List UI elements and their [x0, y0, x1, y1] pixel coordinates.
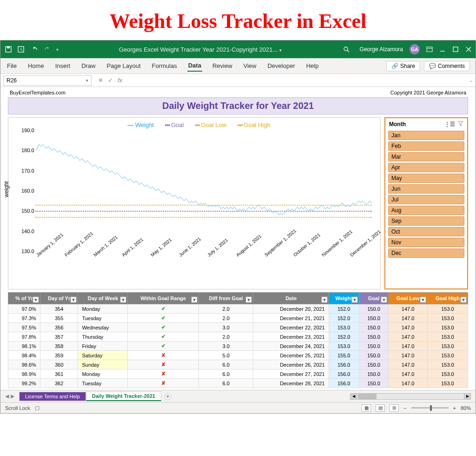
copyright-label: Copyright 2021 George Alzamora: [390, 90, 466, 95]
slicer-item-dec[interactable]: Dec: [388, 248, 464, 258]
clear-filter-icon[interactable]: [458, 121, 463, 128]
filter-icon[interactable]: ▾: [33, 296, 39, 303]
filter-icon[interactable]: ▾: [381, 296, 387, 303]
zoom-out-icon[interactable]: −: [403, 405, 406, 411]
slicer-item-nov[interactable]: Nov: [388, 238, 464, 247]
col-header[interactable]: % of Yr▾: [8, 293, 40, 304]
horizontal-scrollbar[interactable]: ◀▶: [350, 393, 471, 400]
maximize-icon[interactable]: [452, 46, 459, 53]
table-row: 97.0%354Monday✔2.0December 20, 2021152.0…: [8, 304, 468, 314]
formula-expand-icon[interactable]: ⌄: [466, 78, 476, 83]
filter-icon[interactable]: ▾: [460, 296, 467, 303]
minimize-icon[interactable]: [439, 46, 446, 53]
comments-button[interactable]: 💬Comments: [424, 61, 470, 71]
ribbon-options-icon[interactable]: [426, 46, 433, 53]
vendor-label: BuyExcelTemplates.com: [10, 90, 66, 95]
slicer-item-jul[interactable]: Jul: [388, 195, 464, 204]
month-slicer: Month ⋮☰ JanFebMarAprMayJunJulAugSepOctN…: [384, 117, 468, 289]
ribbon-tab-home[interactable]: Home: [27, 60, 45, 71]
user-avatar[interactable]: GA: [410, 44, 420, 54]
col-header[interactable]: Weight▾: [329, 293, 359, 304]
formula-bar: R26▾ ✕ ✓ fx ⌄: [0, 74, 476, 87]
page-break-view-icon[interactable]: ⊞: [390, 404, 399, 412]
accept-formula-icon[interactable]: ✓: [108, 77, 113, 84]
col-header[interactable]: Diff from Goal▾: [198, 293, 253, 304]
add-sheet-button[interactable]: +: [164, 393, 172, 400]
slicer-item-sep[interactable]: Sep: [388, 216, 464, 226]
y-tick: 130.0: [21, 248, 34, 254]
autosave-icon[interactable]: [17, 45, 26, 54]
table-row: 98.4%359Saturday✘5.0December 25, 2021155…: [8, 351, 468, 360]
chart-legend: Weight Goal Goal Low Goal High: [21, 121, 377, 128]
col-header[interactable]: Goal▾: [359, 293, 389, 304]
svg-point-3: [344, 47, 348, 51]
save-icon[interactable]: [4, 45, 13, 54]
excel-window: ▾ Georges Excel Weight Tracker Year 2021…: [0, 40, 476, 414]
ribbon-tab-file[interactable]: File: [6, 60, 18, 71]
filter-icon[interactable]: ▾: [351, 296, 358, 303]
filter-icon[interactable]: ▾: [191, 296, 198, 303]
ribbon-tab-help[interactable]: Help: [305, 60, 320, 71]
slicer-item-feb[interactable]: Feb: [388, 141, 464, 151]
close-icon[interactable]: [465, 46, 472, 53]
redo-icon[interactable]: [43, 45, 52, 54]
table-row: 98.1%358Friday✔3.0December 24, 2021153.0…: [8, 342, 468, 351]
zoom-in-icon[interactable]: +: [453, 405, 456, 411]
ribbon-tab-pagelayout[interactable]: Page Layout: [106, 60, 142, 71]
worksheet: BuyExcelTemplates.com Copyright 2021 Geo…: [0, 87, 476, 390]
filter-icon[interactable]: ▾: [120, 296, 126, 303]
cancel-formula-icon[interactable]: ✕: [98, 77, 103, 84]
ribbon: File Home Insert Draw Page Layout Formul…: [0, 58, 476, 74]
svg-line-4: [347, 50, 349, 52]
tab-nav-next-icon[interactable]: ▶: [11, 393, 14, 399]
ribbon-tab-insert[interactable]: Insert: [54, 60, 72, 71]
filter-icon[interactable]: ▾: [245, 296, 252, 303]
col-header[interactable]: Day of Week▾: [78, 293, 128, 304]
ribbon-tab-view[interactable]: View: [243, 60, 258, 71]
sheet-tab-tracker[interactable]: Daily Weight Tracker-2021: [86, 391, 161, 401]
slicer-item-oct[interactable]: Oct: [388, 227, 464, 236]
fx-icon[interactable]: fx: [118, 77, 122, 84]
tab-nav-prev-icon[interactable]: ◀: [5, 393, 9, 399]
table-row: 97.8%357Thursday✔2.0December 23, 2021152…: [8, 332, 468, 342]
col-header[interactable]: Date▾: [253, 293, 329, 304]
name-box[interactable]: R26▾: [3, 75, 92, 86]
zoom-slider[interactable]: [411, 407, 449, 409]
svg-rect-5: [427, 47, 432, 52]
y-axis-label: weight: [3, 181, 10, 197]
undo-icon[interactable]: [30, 45, 39, 54]
goal-line: [35, 211, 372, 212]
col-header[interactable]: Goal Low▾: [389, 293, 428, 304]
slicer-item-aug[interactable]: Aug: [388, 206, 464, 215]
macro-icon[interactable]: ▢: [35, 405, 40, 411]
normal-view-icon[interactable]: ▦: [362, 404, 371, 412]
search-icon[interactable]: [342, 45, 350, 54]
slicer-item-apr[interactable]: Apr: [388, 163, 464, 172]
sheet-tab-license[interactable]: License Terms and Help: [19, 392, 86, 401]
slicer-item-jun[interactable]: Jun: [388, 184, 464, 194]
slicer-item-mar[interactable]: Mar: [388, 152, 464, 161]
slicer-item-may[interactable]: May: [388, 174, 464, 183]
col-header[interactable]: Day of Yr▾: [40, 293, 78, 304]
goal_high-line: [35, 205, 372, 206]
titlebar: ▾ Georges Excel Weight Tracker Year 2021…: [0, 40, 476, 58]
ribbon-tab-formulas[interactable]: Formulas: [151, 60, 178, 71]
zoom-level[interactable]: 80%: [461, 405, 471, 411]
col-header[interactable]: Goal High▾: [427, 293, 468, 304]
col-header[interactable]: Within Goal Range▾: [128, 293, 198, 304]
ribbon-tab-developer[interactable]: Developer: [266, 60, 296, 71]
filter-icon[interactable]: ▾: [321, 296, 328, 303]
multiselect-icon[interactable]: ⋮☰: [444, 121, 455, 128]
filter-icon[interactable]: ▾: [70, 296, 77, 303]
ribbon-tab-data[interactable]: Data: [187, 60, 202, 72]
slicer-item-jan[interactable]: Jan: [388, 131, 464, 140]
ribbon-tab-draw[interactable]: Draw: [80, 60, 96, 71]
share-button[interactable]: 🔗Share: [386, 61, 420, 71]
page-banner: Weight Loss Tracker in Excel: [0, 0, 476, 40]
goal_low-line: [35, 217, 372, 218]
formula-input[interactable]: [126, 75, 466, 86]
weight-chart[interactable]: Weight Goal Goal Low Goal High weight 13…: [8, 117, 381, 289]
page-layout-view-icon[interactable]: ▤: [376, 404, 385, 412]
ribbon-tab-review[interactable]: Review: [212, 60, 233, 71]
filter-icon[interactable]: ▾: [420, 296, 426, 303]
